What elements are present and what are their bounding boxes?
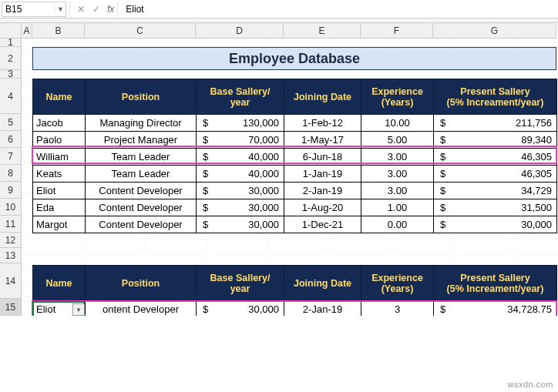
cell-exp[interactable]: 3.00 [361, 149, 434, 166]
lookup-cell-salary[interactable]: $30,000 [197, 301, 284, 317]
col-header-F[interactable]: F [361, 23, 433, 39]
cell-position[interactable]: Content Developer [86, 199, 197, 216]
col-header-A[interactable]: A [22, 23, 32, 39]
cell-exp[interactable]: 0.00 [361, 216, 434, 233]
cell-exp[interactable]: 1.00 [361, 199, 434, 216]
cell-present[interactable]: $89,340 [434, 132, 557, 149]
cell-salary[interactable]: $130,000 [197, 115, 284, 132]
cell-salary[interactable]: $30,000 [197, 216, 284, 233]
table-row[interactable]: PaoloProject Manager$70,0001-May-175.00$… [33, 132, 557, 149]
th-position: Position [86, 266, 197, 301]
th-salary: Base Sallery/year [197, 266, 284, 301]
table-header-row: Name Position Base Sallery/year Joining … [33, 79, 557, 115]
th-exp: Experience(Years) [361, 266, 434, 301]
name-box-input[interactable] [2, 4, 55, 15]
col-header-G[interactable]: G [433, 23, 556, 39]
cell-joining[interactable]: 6-Jun-18 [284, 149, 361, 166]
separator [69, 2, 70, 17]
select-all-corner[interactable] [0, 23, 22, 39]
row-header-11[interactable]: 11 [0, 216, 22, 233]
cell-name[interactable]: Eda [33, 199, 86, 216]
table-row[interactable]: MargotContent Developer$30,0001-Dec-210.… [33, 216, 557, 233]
cell-exp[interactable]: 10.00 [361, 115, 434, 132]
th-name: Name [33, 266, 86, 301]
col-header-E[interactable]: E [284, 23, 361, 39]
cell-name[interactable]: William [33, 149, 86, 166]
cell-position[interactable]: Team Leader [86, 166, 197, 183]
row-header-8[interactable]: 8 [0, 165, 22, 182]
lookup-cell-position[interactable]: ontent Developer [86, 301, 197, 317]
cell-salary[interactable]: $40,000 [197, 166, 284, 183]
cell-salary[interactable]: $70,000 [197, 132, 284, 149]
cell-joining[interactable]: 1-Aug-20 [284, 199, 361, 216]
row-header-15[interactable]: 15 [0, 299, 22, 316]
lookup-table: Name Position Base Sallery/year Joining … [32, 265, 557, 316]
row-header-6[interactable]: 6 [0, 131, 22, 148]
cell-position[interactable]: Team Leader [86, 149, 197, 166]
cell-name[interactable]: Paolo [33, 132, 86, 149]
cell-position[interactable]: Content Developer [86, 183, 197, 199]
cell-name[interactable]: Eliot [33, 183, 86, 199]
cell-joining[interactable]: 2-Jan-19 [284, 183, 361, 199]
employee-table: Name Position Base Sallery/year Joining … [32, 79, 557, 233]
cell-position[interactable]: Project Manager [86, 132, 197, 149]
lookup-cell-exp[interactable]: 3 [361, 301, 434, 317]
col-header-C[interactable]: C [85, 23, 196, 39]
cell-exp[interactable]: 3.00 [361, 166, 434, 183]
col-header-B[interactable]: B [32, 23, 85, 39]
row-header-2[interactable]: 2 [0, 47, 22, 70]
cell-name[interactable]: Keats [33, 166, 86, 183]
lookup-cell-joining[interactable]: 2-Jan-19 [284, 301, 361, 317]
row-header-4[interactable]: 4 [0, 79, 22, 114]
cell-salary[interactable]: $30,000 [197, 183, 284, 199]
cell-present[interactable]: $30,000 [434, 216, 557, 233]
row-header-1[interactable]: 1 [0, 39, 22, 47]
table-row[interactable]: WilliamTeam Leader$40,0006-Jun-183.00$46… [33, 149, 557, 166]
cell-exp[interactable]: 5.00 [361, 132, 434, 149]
col-header-D[interactable]: D [196, 23, 284, 39]
cell-present[interactable]: $46,305 [434, 149, 557, 166]
cell-joining[interactable]: 1-Feb-12 [284, 115, 361, 132]
row-header-13[interactable]: 13 [0, 248, 22, 263]
cell-name[interactable]: Margot [33, 216, 86, 233]
table-row[interactable]: EdaContent Developer$30,0001-Aug-201.00$… [33, 199, 557, 216]
th-salary: Base Sallery/year [197, 79, 284, 115]
table-row[interactable]: KeatsTeam Leader$40,0001-Jan-193.00$46,3… [33, 166, 557, 183]
fx-icon[interactable]: fx [107, 4, 114, 15]
dropdown-icon[interactable]: ▼ [72, 303, 85, 316]
name-box[interactable]: ▼ [2, 2, 66, 17]
name-box-dropdown-icon[interactable]: ▼ [55, 5, 66, 13]
cell-salary[interactable]: $40,000 [197, 149, 284, 166]
cell-present[interactable]: $46,305 [434, 166, 557, 183]
cell-name[interactable]: Jacob [33, 115, 86, 132]
cell-present[interactable]: $34,729 [434, 183, 557, 199]
row-header-14[interactable]: 14 [0, 263, 22, 299]
row-header-3[interactable]: 3 [0, 70, 22, 79]
th-position: Position [86, 79, 197, 115]
cell-exp[interactable]: 3.00 [361, 183, 434, 199]
spreadsheet-grid: A B C D E F G 1 2 3 4 5 6 7 8 9 10 11 12… [0, 23, 558, 316]
cell-joining[interactable]: 1-Jan-19 [284, 166, 361, 183]
row-header-12[interactable]: 12 [0, 233, 22, 248]
cell-joining[interactable]: 1-May-17 [284, 132, 361, 149]
th-present: Present Sallery(5% Increament/year) [434, 79, 557, 115]
column-headers: A B C D E F G [0, 23, 558, 39]
table-row[interactable]: Eliot ontent Developer $30,000 2-Jan-19 … [33, 301, 557, 317]
row-header-10[interactable]: 10 [0, 199, 22, 216]
cell-salary[interactable]: $30,000 [197, 199, 284, 216]
cells-area[interactable]: Employee Database Name Position Base Sal… [22, 39, 558, 316]
row-header-5[interactable]: 5 [0, 114, 22, 131]
cell-position[interactable]: Managing Director [86, 115, 197, 132]
lookup-cell-present[interactable]: $34,728.75 [434, 301, 557, 317]
row-header-7[interactable]: 7 [0, 148, 22, 165]
table-row[interactable]: EliotContent Developer$30,0002-Jan-193.0… [33, 183, 557, 199]
cell-present[interactable]: $31,500 [434, 199, 557, 216]
cell-joining[interactable]: 1-Dec-21 [284, 216, 361, 233]
row-header-9[interactable]: 9 [0, 182, 22, 199]
table-row[interactable]: JacobManaging Director$130,0001-Feb-1210… [33, 115, 557, 132]
cell-position[interactable]: Content Developer [86, 216, 197, 233]
row-headers: 1 2 3 4 5 6 7 8 9 10 11 12 13 14 15 [0, 39, 22, 316]
cell-present[interactable]: $211,756 [434, 115, 557, 132]
formula-input[interactable] [121, 4, 558, 15]
separator [117, 2, 118, 17]
